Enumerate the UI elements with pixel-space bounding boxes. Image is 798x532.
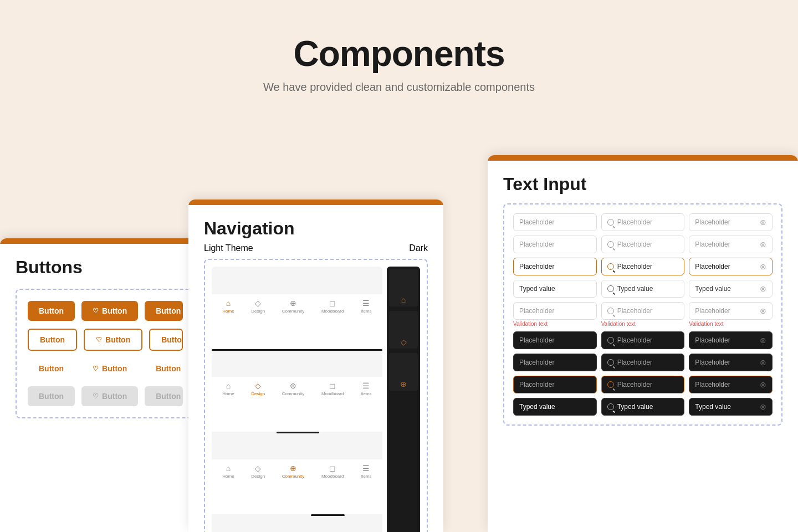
input-group-search-dark2: Placeholder <box>601 354 685 371</box>
nav-item-items-2[interactable]: ☰ Items <box>361 381 372 396</box>
input-group-plain-dark-focused: Placeholder <box>513 376 597 393</box>
input-search-dark-focused-text: Placeholder <box>617 381 652 388</box>
input-plain-default2-text: Placeholder <box>519 241 554 248</box>
theme-labels: Light Theme Dark <box>204 243 428 253</box>
input-plain-focused-text: Placeholder <box>519 263 554 270</box>
nav-item-community-2[interactable]: ⊕ Community <box>282 381 304 396</box>
input-clearable-focused[interactable]: Placeholder ⊗ <box>689 258 773 275</box>
input-clearable-dark2-text: Placeholder <box>695 359 730 366</box>
input-group-search-error: Placeholder Validation text <box>601 302 685 327</box>
nav-item-design-2[interactable]: ◇ Design <box>251 381 265 396</box>
input-group-clearable-default: Placeholder ⊗ <box>689 213 773 231</box>
btn-primary-icon[interactable]: Button <box>81 301 138 321</box>
input-plain-focused[interactable]: Placeholder <box>513 258 597 275</box>
input-plain-default2[interactable]: Placeholder <box>513 236 597 253</box>
input-plain-typed-text: Typed value <box>519 285 555 293</box>
input-group-clearable-dark2: Placeholder ⊗ <box>689 354 773 371</box>
input-clearable-dark2[interactable]: Placeholder ⊗ <box>689 354 773 371</box>
nav-item-design-3[interactable]: ◇ Design <box>251 464 265 479</box>
input-group-clearable-typed: Typed value ⊗ <box>689 280 773 298</box>
input-search-dark2[interactable]: Placeholder <box>601 354 685 371</box>
input-search-default[interactable]: Placeholder <box>601 213 685 231</box>
input-clearable-default2[interactable]: Placeholder ⊗ <box>689 236 773 253</box>
input-clearable-error[interactable]: Placeholder ⊗ <box>689 302 773 320</box>
btn-row-disabled: Button Button Button <box>28 386 183 406</box>
input-group-clearable-dark-focused: Placeholder ⊗ <box>689 376 773 393</box>
clear-icon-1[interactable]: ⊗ <box>760 218 766 226</box>
input-search-dark-text: Placeholder <box>617 336 652 344</box>
clear-icon-5[interactable]: ⊗ <box>760 307 766 315</box>
input-group-plain-dark2: Placeholder <box>513 354 597 371</box>
nav-item-community[interactable]: ⊕ Community <box>282 299 304 314</box>
buttons-card-topbar <box>0 238 211 244</box>
nav-item-items-3[interactable]: ☰ Items <box>361 464 372 479</box>
input-search-dark-typed[interactable]: Typed value <box>601 398 685 416</box>
nav-item-community-3[interactable]: ⊕ Community <box>282 464 304 479</box>
btn-row-ghost: Button Button Button <box>28 359 183 378</box>
input-search-typed[interactable]: Typed value <box>601 280 685 298</box>
btn-ghost-partial[interactable]: Button <box>145 359 183 378</box>
input-clearable-dark-focused[interactable]: Placeholder ⊗ <box>689 376 773 393</box>
input-clearable-error-text: Placeholder <box>695 307 730 315</box>
nav-demo-community: ⌂ Home ◇ Design ⊕ Community <box>212 407 382 482</box>
btn-primary-partial[interactable]: Button <box>145 301 183 321</box>
clear-icon-7[interactable]: ⊗ <box>760 359 766 366</box>
clear-icon-9[interactable]: ⊗ <box>760 403 766 411</box>
input-group-plain-dark-typed: Typed value <box>513 398 597 416</box>
clear-icon-6[interactable]: ⊗ <box>760 336 766 344</box>
nav-item-moodboard[interactable]: ◻ Moodboard <box>321 299 344 314</box>
input-clearable-dark-focused-text: Placeholder <box>695 381 730 388</box>
btn-ghost-1[interactable]: Button <box>28 359 75 378</box>
input-clearable-default[interactable]: Placeholder ⊗ <box>689 213 773 231</box>
input-group-plain-default: Placeholder <box>513 213 597 231</box>
input-clearable-dark-text: Placeholder <box>695 336 730 344</box>
nav-item-design[interactable]: ◇ Design <box>251 299 265 314</box>
btn-outline-1[interactable]: Button <box>28 329 77 351</box>
input-plain-dark[interactable]: Placeholder <box>513 331 597 349</box>
nav-item-moodboard-2[interactable]: ◻ Moodboard <box>321 381 344 396</box>
input-clearable-dark-typed[interactable]: Typed value ⊗ <box>689 398 773 416</box>
btn-row-outline: Button Button Button <box>28 329 183 351</box>
page-title: Components <box>0 33 798 74</box>
btn-ghost-icon[interactable]: Button <box>81 359 138 378</box>
cards-area: Buttons Button Button Button Button Butt… <box>0 155 798 532</box>
clear-icon-8[interactable]: ⊗ <box>760 381 766 388</box>
input-plain-dark-text: Placeholder <box>519 336 554 344</box>
input-plain-dark-typed[interactable]: Typed value <box>513 398 597 416</box>
input-plain-typed[interactable]: Typed value <box>513 280 597 298</box>
validation-text-1: Validation text <box>513 321 597 327</box>
nav-item-home-3[interactable]: ⌂ Home <box>222 464 234 479</box>
nav-item-home[interactable]: ⌂ Home <box>222 299 234 314</box>
input-plain-dark-focused[interactable]: Placeholder <box>513 376 597 393</box>
input-group-search-dark-typed: Typed value <box>601 398 685 416</box>
search-icon-4 <box>607 285 614 292</box>
nav-bar-3: ⌂ Home ◇ Design ⊕ Community <box>212 459 382 482</box>
btn-outline-icon[interactable]: Button <box>84 329 142 351</box>
input-clearable-dark[interactable]: Placeholder ⊗ <box>689 331 773 349</box>
nav-content-3 <box>212 432 382 459</box>
nav-item-home-2[interactable]: ⌂ Home <box>222 381 234 396</box>
btn-disabled-icon: Button <box>81 386 138 406</box>
input-search-error[interactable]: Placeholder <box>601 302 685 320</box>
clear-icon-4[interactable]: ⊗ <box>760 285 766 293</box>
input-plain-error[interactable]: Placeholder <box>513 302 597 320</box>
btn-primary-1[interactable]: Button <box>28 301 75 321</box>
clear-icon-2[interactable]: ⊗ <box>760 241 766 248</box>
input-clearable-typed[interactable]: Typed value ⊗ <box>689 280 773 298</box>
input-search-focused[interactable]: Placeholder <box>601 258 685 275</box>
input-search-dark[interactable]: Placeholder <box>601 331 685 349</box>
clear-icon-3[interactable]: ⊗ <box>760 263 766 270</box>
input-search-dark-focused[interactable]: Placeholder <box>601 376 685 393</box>
input-plain-default[interactable]: Placeholder <box>513 213 597 231</box>
nav-bar-2: ⌂ Home ◇ Design ⊕ Community <box>212 377 382 400</box>
input-clearable-dark-typed-text: Typed value <box>695 403 731 411</box>
dark-nav-3: ⊕ <box>389 353 418 391</box>
input-plain-error-text: Placeholder <box>519 307 554 315</box>
input-search-default2[interactable]: Placeholder <box>601 236 685 253</box>
input-plain-dark2[interactable]: Placeholder <box>513 354 597 371</box>
btn-outline-partial[interactable]: Button <box>149 329 183 351</box>
buttons-section: Button Button Button Button Button Butto… <box>16 289 195 418</box>
input-group-clearable-error: Placeholder ⊗ Validation text <box>689 302 773 327</box>
nav-item-moodboard-3[interactable]: ◻ Moodboard <box>321 464 344 479</box>
nav-item-items[interactable]: ☰ Items <box>361 299 372 314</box>
